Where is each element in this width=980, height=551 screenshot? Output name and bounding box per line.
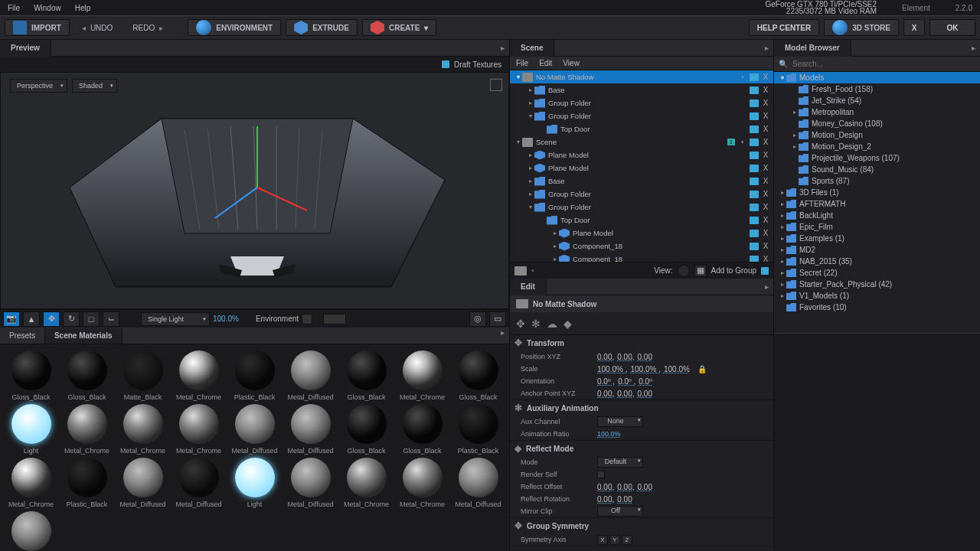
disclosure-icon[interactable]: ▸ xyxy=(527,86,534,93)
menu-help[interactable]: Help xyxy=(75,4,91,12)
browser-row[interactable]: ▸AFTERMATH xyxy=(774,198,980,210)
delete-icon[interactable]: X xyxy=(761,242,770,250)
aux-chan-select[interactable]: None xyxy=(597,416,643,427)
browser-row[interactable]: ▸Secret (22) xyxy=(774,267,980,279)
browser-row[interactable]: ▸3D Files (1) xyxy=(774,187,980,198)
disclosure-icon[interactable]: ▾ xyxy=(779,74,786,81)
pos-value[interactable]: 0.00,0.00,0.00 xyxy=(597,353,655,361)
material-item[interactable]: Gloss_Black xyxy=(450,350,506,401)
tree-row[interactable]: ▸Group FolderX xyxy=(510,96,773,109)
delete-icon[interactable]: X xyxy=(761,138,770,146)
select-tool-icon[interactable]: ▲ xyxy=(23,311,40,327)
disclosure-icon[interactable]: ▾ xyxy=(514,139,522,145)
browser-row[interactable]: ▸NAB_2015 (35) xyxy=(774,256,980,267)
undo-button[interactable]: ◂ UNDO xyxy=(74,19,120,36)
browser-row[interactable]: ▸Starter_Pack_Physical (42) xyxy=(774,279,980,290)
reflect-rot-value[interactable]: 0.00,0.00 xyxy=(597,495,635,504)
disclosure-icon[interactable]: ▸ xyxy=(779,223,786,230)
visibility-toggle[interactable] xyxy=(750,230,759,237)
material-item[interactable]: Gloss_Black xyxy=(338,350,394,401)
visibility-toggle[interactable] xyxy=(750,139,759,146)
delete-icon[interactable]: X xyxy=(761,190,770,198)
browser-row[interactable]: ▾Models xyxy=(774,72,980,83)
material-item[interactable]: Metal_Chrome xyxy=(171,404,227,455)
bg-swatch[interactable] xyxy=(323,314,346,324)
disclosure-icon[interactable]: ▸ xyxy=(779,189,786,196)
scene-edit[interactable]: Edit xyxy=(539,59,552,67)
visibility-toggle[interactable] xyxy=(750,256,759,262)
tree-row[interactable]: ▸Group FolderX xyxy=(510,187,773,201)
view-sphere-icon[interactable] xyxy=(678,265,690,277)
material-item[interactable]: Metal_Diffused xyxy=(283,350,338,401)
visibility-toggle[interactable] xyxy=(750,204,759,211)
visibility-toggle[interactable] xyxy=(750,165,759,172)
preview-tab[interactable]: Preview xyxy=(0,40,51,57)
browser-row[interactable]: Money_Casino (108) xyxy=(774,118,980,129)
tool-cloud-icon[interactable]: ☁ xyxy=(547,318,557,330)
tool-gear-icon[interactable]: ✻ xyxy=(531,318,541,330)
menu-window[interactable]: Window xyxy=(34,4,61,12)
disclosure-icon[interactable]: ▸ xyxy=(779,246,786,253)
material-item[interactable]: Plastic_Black xyxy=(59,458,115,508)
disclosure-icon[interactable]: ▾ xyxy=(514,73,522,80)
disclosure-icon[interactable]: ▸ xyxy=(551,230,559,236)
delete-icon[interactable]: X xyxy=(761,99,770,107)
disclosure-icon[interactable]: ▸ xyxy=(791,109,799,116)
disclosure-icon[interactable]: ▸ xyxy=(551,256,559,262)
disclosure-icon[interactable]: ▸ xyxy=(779,201,786,207)
sym-toggle-icon[interactable]: ✥ xyxy=(514,520,522,531)
material-item[interactable]: Metal_Diffused xyxy=(171,458,227,508)
disclosure-icon[interactable]: ▸ xyxy=(779,269,786,276)
transform-toggle-icon[interactable]: ✥ xyxy=(514,337,522,348)
view-grid-icon[interactable]: ▦ xyxy=(694,265,707,277)
delete-icon[interactable]: X xyxy=(761,229,770,237)
tree-row[interactable]: ▾Group FolderX xyxy=(510,201,773,214)
create-button[interactable]: CREATE ▾ xyxy=(362,19,436,36)
material-item[interactable]: Metal_Chrome xyxy=(171,350,227,401)
browser-tree[interactable]: ▾ModelsFresh_Food (158)Jet_Strike (54)▸M… xyxy=(774,72,980,333)
reflect-offset-value[interactable]: 0.00,0.00,0.00 xyxy=(597,483,655,491)
add-to-group-checkbox[interactable] xyxy=(761,267,769,275)
browser-row[interactable]: ▸BackLight xyxy=(774,210,980,221)
store-button[interactable]: 3D STORE xyxy=(824,19,899,36)
visibility-toggle[interactable] xyxy=(750,99,759,107)
mirror-clip-select[interactable]: Off xyxy=(597,506,643,517)
disclosure-icon[interactable]: ▸ xyxy=(779,292,786,299)
material-item[interactable]: Metal_Diffused xyxy=(450,458,506,508)
tree-row[interactable]: ▸BaseX xyxy=(510,174,773,187)
visibility-toggle[interactable] xyxy=(750,152,759,159)
disclosure-icon[interactable]: ▸ xyxy=(527,99,534,106)
browser-row[interactable]: ▸Epic_Film xyxy=(774,221,980,233)
tree-row[interactable]: Top DoorX xyxy=(510,122,773,135)
node-dropdown-icon[interactable]: ▾ xyxy=(738,74,747,80)
close-button[interactable]: X xyxy=(903,19,925,36)
visibility-toggle[interactable] xyxy=(750,73,759,81)
preview-collapse-icon[interactable]: ▸ xyxy=(496,44,509,52)
camera-tool-icon[interactable]: 📷 xyxy=(3,311,20,327)
delete-icon[interactable]: X xyxy=(761,112,770,120)
browser-row[interactable]: Jet_Strike (54) xyxy=(774,95,980,106)
material-item[interactable]: Gloss_Black xyxy=(3,350,59,401)
sym-axis-buttons[interactable]: XYZ xyxy=(597,535,634,545)
visibility-toggle[interactable] xyxy=(750,243,759,250)
browser-row[interactable]: ▸Motion_Design_2 xyxy=(774,141,980,152)
tool-diamond-icon[interactable]: ◆ xyxy=(564,318,572,330)
layer-icon[interactable] xyxy=(514,266,527,276)
delete-icon[interactable]: X xyxy=(761,164,770,172)
browser-collapse-icon[interactable]: ▸ xyxy=(967,44,980,52)
orient-value[interactable]: 0.0º ,0.0º ,0.0º xyxy=(597,377,655,386)
delete-icon[interactable]: X xyxy=(761,255,770,262)
light-pct[interactable]: 100.0% xyxy=(213,315,239,323)
rotate-tool-icon[interactable]: ↻ xyxy=(63,311,80,327)
viewport-3d[interactable]: Perspective Shaded xyxy=(0,72,509,309)
browser-tab[interactable]: Model Browser xyxy=(774,40,851,57)
disclosure-icon[interactable]: ▾ xyxy=(527,112,534,119)
material-item[interactable]: Metal_Diffused xyxy=(283,458,338,508)
scene-file[interactable]: File xyxy=(516,59,528,67)
tree-row[interactable]: ▾Group FolderX xyxy=(510,109,773,122)
tree-row[interactable]: ▾No Matte Shadow▾X xyxy=(510,70,773,83)
target-icon[interactable]: ◎ xyxy=(469,311,486,327)
light-dropdown[interactable]: Single Light xyxy=(141,312,210,326)
disclosure-icon[interactable]: ▸ xyxy=(791,143,799,150)
browser-row[interactable]: ▸MD2 xyxy=(774,244,980,256)
